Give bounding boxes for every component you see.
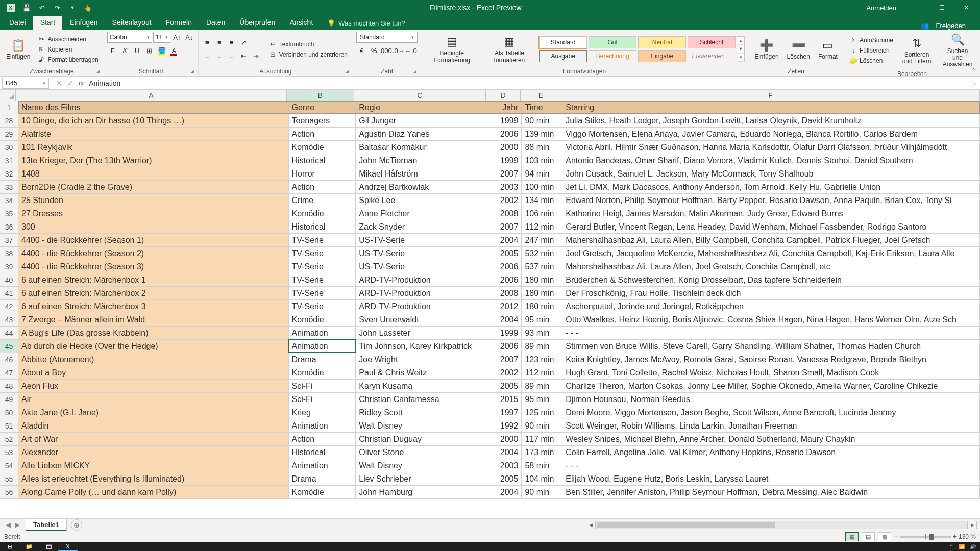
cell[interactable]: Gerard Butler, Vincent Regan, Lena Heade… <box>562 220 980 233</box>
copy-button[interactable]: ⎘Kopieren <box>35 45 100 54</box>
cell[interactable]: 247 min <box>522 234 562 246</box>
row-header[interactable]: 43 <box>0 313 18 326</box>
cell[interactable]: 90 min <box>522 486 562 498</box>
cell[interactable]: 2007 <box>487 220 522 233</box>
cell[interactable]: Christian Cantamessa <box>356 393 487 406</box>
cell[interactable]: US-TV-Serie <box>356 234 487 246</box>
row-header[interactable]: 52 <box>0 433 18 445</box>
underline-button[interactable]: U <box>132 45 143 56</box>
name-box[interactable]: B45▾ <box>2 78 49 89</box>
cell[interactable]: 2000 <box>487 433 522 445</box>
cell[interactable]: 1999 <box>487 327 522 339</box>
cell[interactable]: 117 min <box>522 433 562 445</box>
cell[interactable]: 2006 <box>487 260 522 273</box>
cell[interactable]: Elijah Wood, Eugene Hutz, Boris Leskin, … <box>562 472 980 485</box>
style-calc[interactable]: Berechnung <box>589 50 636 62</box>
cell[interactable]: 2004 <box>487 234 522 246</box>
cell[interactable]: About a Boy <box>18 366 289 379</box>
col-header-C[interactable]: C <box>354 90 486 101</box>
tray-network-icon[interactable]: 📶 <box>959 544 965 549</box>
align-right-button[interactable]: ≡ <box>226 51 237 62</box>
cell[interactable]: Colin Farrell, Angelina Jolie, Val Kilme… <box>562 446 980 459</box>
cell[interactable]: 93 min <box>522 327 562 339</box>
row-header[interactable]: 37 <box>0 234 18 246</box>
row-header[interactable]: 31 <box>0 154 18 167</box>
cell[interactable]: Horror <box>289 167 356 180</box>
save-icon[interactable]: 💾 <box>21 3 32 13</box>
cell[interactable]: 95 min <box>522 313 562 326</box>
tray-volume-icon[interactable]: 🔊 <box>970 544 976 549</box>
fill-color-button[interactable]: 🪣 <box>156 45 167 56</box>
cell[interactable]: 2007 <box>487 353 522 366</box>
cell[interactable]: Alatriste <box>18 128 289 140</box>
cell[interactable]: 6 auf einen Streich: Märchenbox 2 <box>18 287 289 299</box>
cell[interactable]: Sci-Fi <box>289 393 356 406</box>
tab-data[interactable]: Daten <box>199 16 232 30</box>
tab-view[interactable]: Ansicht <box>282 16 320 30</box>
cell[interactable]: Action <box>289 433 356 445</box>
cell[interactable]: Art of War <box>18 433 289 445</box>
col-header-E[interactable]: E <box>521 90 561 101</box>
cell[interactable]: 2004 <box>487 486 522 498</box>
redo-icon[interactable]: ↷ <box>52 3 62 13</box>
cell[interactable]: Drama <box>289 472 356 485</box>
login-link[interactable]: Anmelden <box>858 4 904 12</box>
style-explain[interactable]: Erklärender … <box>688 50 736 62</box>
cell[interactable]: Edward Norton, Philip Seymour Hoffman, B… <box>562 194 980 207</box>
cell[interactable]: Born2Die (Cradle 2 the Grave) <box>18 181 289 193</box>
cell[interactable]: TV-Serie <box>289 260 356 273</box>
cell[interactable]: TV-Serie <box>289 234 356 246</box>
style-neutral[interactable]: Neutral <box>638 36 686 48</box>
cell[interactable]: 90 min <box>522 419 562 432</box>
style-standard[interactable]: Standard <box>539 36 587 48</box>
row-header[interactable]: 51 <box>0 419 18 432</box>
row-header[interactable]: 46 <box>0 353 18 366</box>
font-color-button[interactable]: A <box>168 45 180 56</box>
style-bad[interactable]: Schlecht <box>688 36 736 48</box>
cell[interactable]: Ab durch die Hecke (Over the Hedge) <box>18 340 289 353</box>
cond-format-button[interactable]: ▤Bedingte Formatierung <box>424 34 480 64</box>
font-name-combo[interactable]: Calibri▾ <box>107 32 152 43</box>
cell[interactable]: 180 min <box>522 287 562 299</box>
cell[interactable]: Liev Schrieber <box>356 472 487 485</box>
cell[interactable]: Ben Stiller, Jennifer Aniston, Philip Se… <box>562 486 980 498</box>
cell[interactable]: Karyn Kusama <box>356 380 487 392</box>
percent-button[interactable]: % <box>369 45 380 56</box>
cell[interactable]: ARD-TV-Produktion <box>356 287 487 299</box>
style-gallery[interactable]: Standard Gut Neutral Ausgabe Berechnung … <box>539 36 686 62</box>
row-header[interactable]: 39 <box>0 260 18 273</box>
paste-button[interactable]: 📋 Einfügen <box>3 37 33 61</box>
cell[interactable]: 2002 <box>487 366 522 379</box>
cell[interactable]: Andrzej Bartkowiak <box>356 181 487 193</box>
grow-font-button[interactable]: A↑ <box>172 32 183 43</box>
cell[interactable]: Wesley Snipes, Michael Biehn, Anne Arche… <box>562 433 980 445</box>
format-table-button[interactable]: ▦Als Tabelle formatieren <box>482 34 537 64</box>
row-header[interactable]: 45 <box>0 340 18 353</box>
row-header[interactable]: 50 <box>0 406 18 419</box>
cell[interactable]: 27 Dresses <box>18 207 289 220</box>
cell[interactable]: 95 min <box>522 393 562 406</box>
expand-formula-icon[interactable]: ⌄ <box>970 80 980 86</box>
cell[interactable]: A Bug's Life (Das grosse Krabbeln) <box>18 327 289 339</box>
cell[interactable]: 100 min <box>522 181 562 193</box>
hscroll-left-icon[interactable]: ◀ <box>586 521 595 529</box>
cell[interactable]: 7 Zwerge – Männer allein im Wald <box>18 313 289 326</box>
ribbon-collapse-icon[interactable]: ⌃ <box>971 67 976 74</box>
cell[interactable]: 94 min <box>522 167 562 180</box>
cell[interactable]: Abbitte (Atonement) <box>18 353 289 366</box>
qat-customize-icon[interactable]: ▼ <box>67 3 78 13</box>
cell[interactable]: 1408 <box>18 167 289 180</box>
view-pagebreak-button[interactable]: ▧ <box>878 532 891 541</box>
row-header[interactable]: 40 <box>0 273 18 286</box>
select-all-corner[interactable] <box>0 90 16 101</box>
view-normal-button[interactable]: ▦ <box>845 532 859 541</box>
zoom-in-button[interactable]: + <box>953 533 957 540</box>
shrink-font-button[interactable]: A↓ <box>184 32 195 43</box>
start-button[interactable]: ⊞ <box>0 542 19 551</box>
fx-icon[interactable]: fx <box>79 79 84 87</box>
cell[interactable]: 6 auf einen Streich: Märchenbox 3 <box>18 300 289 313</box>
cell[interactable]: TV-Serie <box>289 247 356 260</box>
cell[interactable]: - - - <box>562 459 980 472</box>
cell[interactable]: Krieg <box>289 406 356 419</box>
cell[interactable]: Akte Jane (G.I. Jane) <box>18 406 289 419</box>
